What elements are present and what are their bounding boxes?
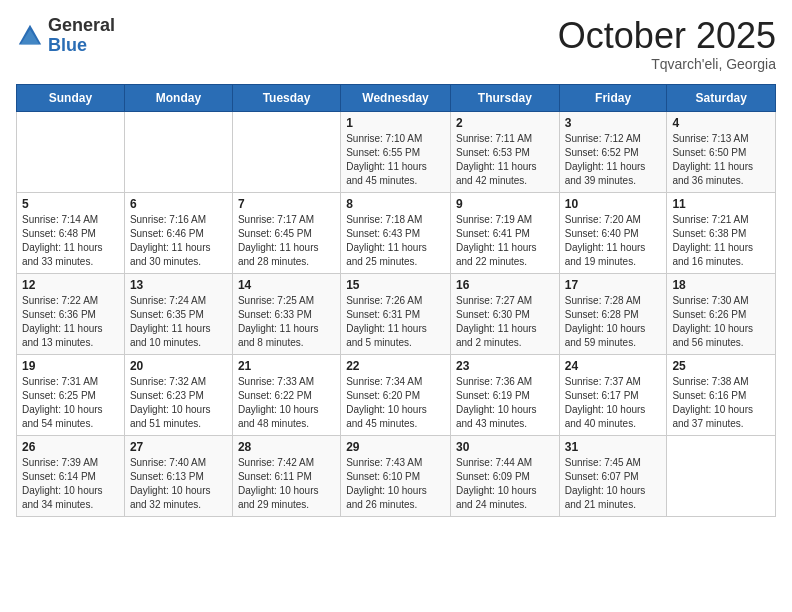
calendar-cell: 6Sunrise: 7:16 AM Sunset: 6:46 PM Daylig… (124, 192, 232, 273)
day-number: 26 (22, 440, 119, 454)
day-number: 7 (238, 197, 335, 211)
day-number: 21 (238, 359, 335, 373)
calendar-cell: 15Sunrise: 7:26 AM Sunset: 6:31 PM Dayli… (341, 273, 451, 354)
calendar-table: SundayMondayTuesdayWednesdayThursdayFrid… (16, 84, 776, 517)
day-info: Sunrise: 7:37 AM Sunset: 6:17 PM Dayligh… (565, 375, 662, 431)
calendar-week-4: 19Sunrise: 7:31 AM Sunset: 6:25 PM Dayli… (17, 354, 776, 435)
calendar-cell: 18Sunrise: 7:30 AM Sunset: 6:26 PM Dayli… (667, 273, 776, 354)
day-number: 14 (238, 278, 335, 292)
day-info: Sunrise: 7:11 AM Sunset: 6:53 PM Dayligh… (456, 132, 554, 188)
day-info: Sunrise: 7:32 AM Sunset: 6:23 PM Dayligh… (130, 375, 227, 431)
day-info: Sunrise: 7:26 AM Sunset: 6:31 PM Dayligh… (346, 294, 445, 350)
calendar-cell: 29Sunrise: 7:43 AM Sunset: 6:10 PM Dayli… (341, 435, 451, 516)
calendar-cell (124, 111, 232, 192)
day-number: 20 (130, 359, 227, 373)
day-number: 27 (130, 440, 227, 454)
day-header-tuesday: Tuesday (232, 84, 340, 111)
day-info: Sunrise: 7:40 AM Sunset: 6:13 PM Dayligh… (130, 456, 227, 512)
calendar-cell: 30Sunrise: 7:44 AM Sunset: 6:09 PM Dayli… (450, 435, 559, 516)
calendar-cell: 19Sunrise: 7:31 AM Sunset: 6:25 PM Dayli… (17, 354, 125, 435)
day-number: 24 (565, 359, 662, 373)
day-info: Sunrise: 7:43 AM Sunset: 6:10 PM Dayligh… (346, 456, 445, 512)
day-number: 19 (22, 359, 119, 373)
day-header-monday: Monday (124, 84, 232, 111)
day-info: Sunrise: 7:42 AM Sunset: 6:11 PM Dayligh… (238, 456, 335, 512)
logo-text: General Blue (48, 16, 115, 56)
logo-general: General (48, 16, 115, 36)
day-header-wednesday: Wednesday (341, 84, 451, 111)
calendar-cell: 14Sunrise: 7:25 AM Sunset: 6:33 PM Dayli… (232, 273, 340, 354)
logo: General Blue (16, 16, 115, 56)
calendar-cell: 22Sunrise: 7:34 AM Sunset: 6:20 PM Dayli… (341, 354, 451, 435)
day-number: 1 (346, 116, 445, 130)
calendar-cell: 17Sunrise: 7:28 AM Sunset: 6:28 PM Dayli… (559, 273, 667, 354)
day-info: Sunrise: 7:28 AM Sunset: 6:28 PM Dayligh… (565, 294, 662, 350)
day-header-thursday: Thursday (450, 84, 559, 111)
day-number: 28 (238, 440, 335, 454)
day-info: Sunrise: 7:16 AM Sunset: 6:46 PM Dayligh… (130, 213, 227, 269)
calendar-cell: 25Sunrise: 7:38 AM Sunset: 6:16 PM Dayli… (667, 354, 776, 435)
logo-icon (16, 22, 44, 50)
day-number: 29 (346, 440, 445, 454)
day-number: 6 (130, 197, 227, 211)
day-info: Sunrise: 7:17 AM Sunset: 6:45 PM Dayligh… (238, 213, 335, 269)
day-info: Sunrise: 7:18 AM Sunset: 6:43 PM Dayligh… (346, 213, 445, 269)
day-number: 25 (672, 359, 770, 373)
calendar-cell: 20Sunrise: 7:32 AM Sunset: 6:23 PM Dayli… (124, 354, 232, 435)
day-info: Sunrise: 7:21 AM Sunset: 6:38 PM Dayligh… (672, 213, 770, 269)
day-info: Sunrise: 7:13 AM Sunset: 6:50 PM Dayligh… (672, 132, 770, 188)
day-info: Sunrise: 7:34 AM Sunset: 6:20 PM Dayligh… (346, 375, 445, 431)
day-number: 30 (456, 440, 554, 454)
calendar-cell: 10Sunrise: 7:20 AM Sunset: 6:40 PM Dayli… (559, 192, 667, 273)
day-number: 18 (672, 278, 770, 292)
calendar-week-3: 12Sunrise: 7:22 AM Sunset: 6:36 PM Dayli… (17, 273, 776, 354)
calendar-cell: 9Sunrise: 7:19 AM Sunset: 6:41 PM Daylig… (450, 192, 559, 273)
day-number: 22 (346, 359, 445, 373)
day-number: 8 (346, 197, 445, 211)
day-info: Sunrise: 7:19 AM Sunset: 6:41 PM Dayligh… (456, 213, 554, 269)
calendar-cell: 2Sunrise: 7:11 AM Sunset: 6:53 PM Daylig… (450, 111, 559, 192)
day-info: Sunrise: 7:22 AM Sunset: 6:36 PM Dayligh… (22, 294, 119, 350)
day-info: Sunrise: 7:31 AM Sunset: 6:25 PM Dayligh… (22, 375, 119, 431)
calendar-cell: 4Sunrise: 7:13 AM Sunset: 6:50 PM Daylig… (667, 111, 776, 192)
day-number: 13 (130, 278, 227, 292)
calendar-cell: 31Sunrise: 7:45 AM Sunset: 6:07 PM Dayli… (559, 435, 667, 516)
calendar-cell: 12Sunrise: 7:22 AM Sunset: 6:36 PM Dayli… (17, 273, 125, 354)
calendar-cell: 21Sunrise: 7:33 AM Sunset: 6:22 PM Dayli… (232, 354, 340, 435)
day-number: 15 (346, 278, 445, 292)
page-header: General Blue October 2025 Tqvarch'eli, G… (16, 16, 776, 72)
calendar-cell: 24Sunrise: 7:37 AM Sunset: 6:17 PM Dayli… (559, 354, 667, 435)
day-number: 2 (456, 116, 554, 130)
calendar-week-2: 5Sunrise: 7:14 AM Sunset: 6:48 PM Daylig… (17, 192, 776, 273)
day-header-saturday: Saturday (667, 84, 776, 111)
day-info: Sunrise: 7:24 AM Sunset: 6:35 PM Dayligh… (130, 294, 227, 350)
day-info: Sunrise: 7:27 AM Sunset: 6:30 PM Dayligh… (456, 294, 554, 350)
calendar-week-1: 1Sunrise: 7:10 AM Sunset: 6:55 PM Daylig… (17, 111, 776, 192)
day-number: 17 (565, 278, 662, 292)
day-number: 11 (672, 197, 770, 211)
day-info: Sunrise: 7:44 AM Sunset: 6:09 PM Dayligh… (456, 456, 554, 512)
day-info: Sunrise: 7:36 AM Sunset: 6:19 PM Dayligh… (456, 375, 554, 431)
calendar-cell (17, 111, 125, 192)
calendar-cell: 7Sunrise: 7:17 AM Sunset: 6:45 PM Daylig… (232, 192, 340, 273)
title-block: October 2025 Tqvarch'eli, Georgia (558, 16, 776, 72)
calendar-cell: 8Sunrise: 7:18 AM Sunset: 6:43 PM Daylig… (341, 192, 451, 273)
logo-blue: Blue (48, 36, 115, 56)
day-header-sunday: Sunday (17, 84, 125, 111)
day-info: Sunrise: 7:39 AM Sunset: 6:14 PM Dayligh… (22, 456, 119, 512)
calendar-cell: 26Sunrise: 7:39 AM Sunset: 6:14 PM Dayli… (17, 435, 125, 516)
calendar-cell: 27Sunrise: 7:40 AM Sunset: 6:13 PM Dayli… (124, 435, 232, 516)
day-number: 16 (456, 278, 554, 292)
day-info: Sunrise: 7:12 AM Sunset: 6:52 PM Dayligh… (565, 132, 662, 188)
calendar-week-5: 26Sunrise: 7:39 AM Sunset: 6:14 PM Dayli… (17, 435, 776, 516)
day-info: Sunrise: 7:10 AM Sunset: 6:55 PM Dayligh… (346, 132, 445, 188)
day-info: Sunrise: 7:20 AM Sunset: 6:40 PM Dayligh… (565, 213, 662, 269)
day-number: 31 (565, 440, 662, 454)
calendar-cell (667, 435, 776, 516)
day-number: 10 (565, 197, 662, 211)
calendar-cell: 28Sunrise: 7:42 AM Sunset: 6:11 PM Dayli… (232, 435, 340, 516)
day-info: Sunrise: 7:25 AM Sunset: 6:33 PM Dayligh… (238, 294, 335, 350)
day-number: 9 (456, 197, 554, 211)
day-number: 3 (565, 116, 662, 130)
day-number: 4 (672, 116, 770, 130)
